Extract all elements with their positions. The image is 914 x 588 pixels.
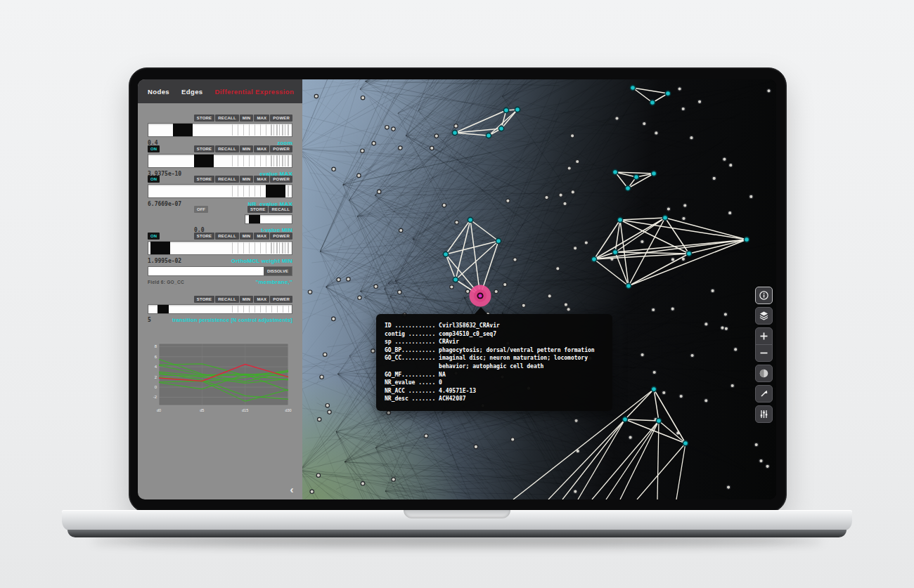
power-button[interactable]: POWER — [270, 176, 292, 183]
max-button[interactable]: MAX — [254, 115, 269, 122]
max-button[interactable]: MAX — [254, 145, 269, 152]
svg-text:d30: d30 — [285, 408, 291, 412]
recall-button[interactable]: RECALL — [215, 176, 239, 183]
svg-text:4: 4 — [155, 365, 157, 369]
tooltip-line: sp ............ CRAvir — [385, 338, 604, 346]
tooltip-line: NR_desc ....... ACH42087 — [385, 395, 604, 403]
expand-icon[interactable] — [756, 386, 772, 402]
tab-edges[interactable]: Edges — [181, 88, 203, 96]
app-screen: Nodes Edges Differential Expression STOR… — [138, 79, 776, 499]
slider-handle[interactable] — [150, 242, 170, 254]
tab-differential-expression[interactable]: Differential Expression — [215, 88, 295, 96]
off-toggle[interactable]: OFF — [194, 206, 208, 213]
control-zoom: STORE RECALL MIN MAX POWER 0.4 zoom — [148, 115, 292, 146]
slider-label: transition persistence [N control adjust… — [172, 317, 292, 323]
store-button[interactable]: STORE — [194, 115, 215, 122]
tooltip-line: GO_BP.......... phagocytosis; dorsal/ven… — [385, 346, 604, 355]
slider-handle[interactable] — [157, 305, 169, 313]
power-button[interactable]: POWER — [270, 145, 292, 152]
control-transition-persistence: STORE RECALL MIN MAX POWER 5 transition … — [148, 296, 292, 323]
max-button[interactable]: MAX — [254, 233, 269, 240]
memory-buttons: STORE RECALL MIN MAX POWER — [194, 115, 292, 122]
recall-button[interactable]: RECALL — [269, 206, 292, 213]
power-button[interactable]: POWER — [270, 115, 292, 122]
tooltip-line: behavior; autophagic cell death — [385, 362, 604, 371]
filter-sliders-icon[interactable] — [756, 406, 772, 422]
slider-handle[interactable] — [266, 185, 285, 197]
svg-text:2: 2 — [155, 375, 157, 379]
power-button[interactable]: POWER — [270, 296, 292, 303]
tooltip-line: NR_evalue ..... 0 — [385, 379, 604, 387]
svg-text:8: 8 — [155, 344, 157, 348]
recall-button[interactable]: RECALL — [215, 115, 239, 122]
layers-icon[interactable] — [756, 308, 772, 324]
slider-value: 1.9995e-02 — [148, 258, 181, 264]
evalue-max-slider[interactable] — [148, 154, 292, 168]
dissolve-button[interactable]: DISSOLVE — [264, 267, 292, 275]
min-button[interactable]: MIN — [240, 176, 254, 183]
laptop-underside — [67, 530, 847, 537]
store-button[interactable]: STORE — [247, 206, 269, 213]
zoom-slider[interactable] — [148, 123, 292, 137]
control-nr-evalue-max: ON STORE RECALL MIN MAX POWER 6.7669e-0 — [148, 176, 292, 207]
slider-ticks — [269, 124, 290, 136]
slider-label: OrthoMCL weight MIN — [231, 258, 292, 264]
contrast-icon[interactable] — [756, 365, 772, 381]
network-svg[interactable] — [302, 79, 776, 499]
tooltip-pointer — [474, 307, 488, 315]
slider-ticks — [269, 242, 290, 254]
memory-buttons: STORE RECALL — [247, 206, 292, 213]
min-button[interactable]: MIN — [240, 145, 254, 152]
svg-text:d15: d15 — [242, 408, 248, 412]
store-button[interactable]: STORE — [194, 176, 215, 183]
zoom-out-icon[interactable] — [756, 344, 772, 361]
store-button[interactable]: STORE — [194, 145, 215, 152]
slider-handle[interactable] — [173, 124, 193, 136]
zoom-in-icon[interactable] — [756, 328, 772, 344]
tooltip-line: contig ........ comp34510_c0_seq7 — [385, 330, 604, 339]
memory-buttons: STORE RECALL MIN MAX POWER — [194, 176, 292, 183]
slider-ticks — [227, 155, 290, 166]
svg-text:6: 6 — [155, 355, 157, 359]
on-toggle[interactable]: ON — [148, 233, 160, 240]
svg-text:0: 0 — [155, 385, 157, 389]
on-toggle[interactable]: ON — [148, 176, 160, 183]
orthomcl-weight-min-slider[interactable] — [148, 241, 292, 255]
slider-handle[interactable] — [249, 215, 260, 223]
transition-persistence-slider[interactable] — [148, 304, 292, 314]
node-tooltip: ID ............ Cvirl358632_CRAvir conti… — [376, 314, 612, 411]
laptop-lid-notch — [404, 510, 510, 518]
recall-button[interactable]: RECALL — [215, 233, 239, 240]
tab-nodes[interactable]: Nodes — [148, 88, 169, 96]
recall-button[interactable]: RECALL — [215, 145, 239, 152]
min-button[interactable]: MIN — [240, 115, 254, 122]
min-button[interactable]: MIN — [240, 233, 254, 240]
tooltip-line: GO_CC.......... imaginal disc; neuron ma… — [385, 354, 604, 362]
slider-ticks — [227, 306, 290, 313]
slider-handle[interactable] — [194, 155, 214, 167]
control-field-filter: DISSOLVE Field 6: GO_CC "membrane," — [148, 266, 292, 285]
field-name-label: Field 6: GO_CC — [148, 280, 184, 285]
slider-ticks — [269, 155, 290, 166]
nr-evalue-max-slider[interactable] — [148, 184, 292, 198]
max-button[interactable]: MAX — [254, 176, 269, 183]
info-icon[interactable] — [756, 287, 772, 303]
collapse-sidebar-button[interactable]: ‹ — [285, 483, 298, 495]
slider-ticks — [227, 242, 290, 254]
min-button[interactable]: MIN — [240, 296, 254, 303]
on-toggle[interactable]: ON — [148, 145, 160, 152]
recall-button[interactable]: RECALL — [215, 296, 239, 303]
svg-text:d5: d5 — [200, 408, 204, 412]
expression-chart-svg: -202468d0d5d15d30 — [148, 341, 292, 418]
svg-text:d0: d0 — [157, 408, 161, 412]
control-t-value-min: OFF STORE RECALL 0.0 t-value MIN — [194, 206, 292, 233]
store-button[interactable]: STORE — [194, 296, 215, 303]
network-canvas[interactable]: ID ............ Cvirl358632_CRAvir conti… — [302, 79, 776, 499]
max-button[interactable]: MAX — [254, 296, 269, 303]
power-button[interactable]: POWER — [270, 233, 292, 240]
svg-text:-2: -2 — [153, 395, 157, 399]
slider-value: 5 — [148, 317, 151, 323]
store-button[interactable]: STORE — [194, 233, 215, 240]
tabs-bar: Nodes Edges Differential Expression — [138, 79, 302, 103]
t-value-min-slider[interactable] — [245, 214, 292, 224]
